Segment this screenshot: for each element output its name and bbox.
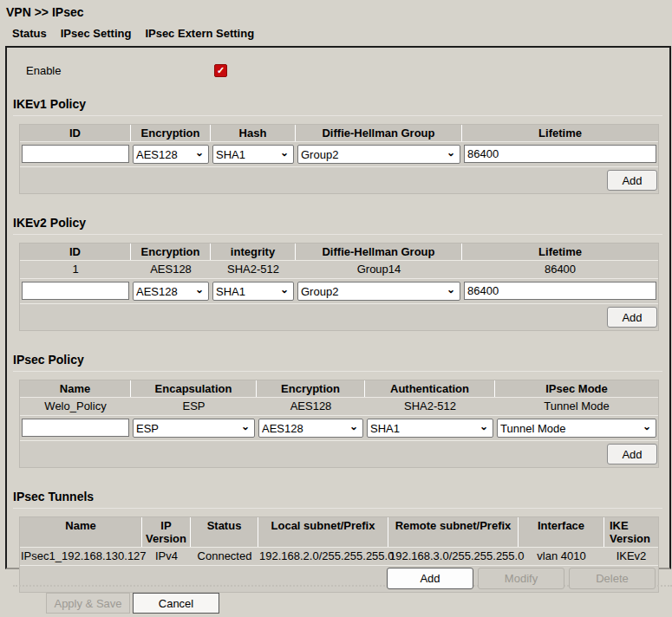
tunnel-name-value: IPsec1_192.168.130.127: [20, 548, 142, 565]
ikev2-table: ID Encryption integrity Diffie-Hellman G…: [19, 243, 659, 331]
ikev1-section-title: IKEv1 Policy: [13, 97, 664, 111]
tunnels-table: Name IP Version Status Local subnet/Pref…: [19, 516, 659, 593]
policy-mode-value: Tunnel Mode: [495, 398, 658, 415]
ikev2-encryption-value: AES128: [131, 261, 211, 278]
ikev2-lifetime-input[interactable]: [464, 282, 656, 300]
column-header: Diffie-Hellman Group: [296, 125, 462, 141]
policy-encryption-select[interactable]: AES128: [258, 419, 363, 438]
ipsec-policy-input-row: ESP⌄ AES128⌄ SHA1⌄ Tunnel Mode⌄: [20, 415, 658, 440]
column-header: Hash: [211, 125, 296, 141]
ikev2-integrity-select[interactable]: SHA1: [212, 282, 294, 301]
column-header: ID: [20, 125, 131, 141]
ikev2-dh-group-select[interactable]: Group2: [297, 282, 460, 301]
footer-actions: Apply & Save Cancel: [46, 593, 672, 614]
column-header: IP Version: [142, 517, 191, 547]
cancel-button[interactable]: Cancel: [133, 593, 219, 614]
page-title: VPN >> IPsec: [0, 0, 672, 19]
tab-ipsec-extern-setting[interactable]: IPsec Extern Setting: [145, 27, 254, 40]
policy-authentication-value: SHA2-512: [365, 398, 495, 415]
ikev2-id-input[interactable]: [22, 282, 129, 300]
ikev2-integrity-value: SHA2-512: [211, 261, 296, 278]
tunnel-ike-version-value: IKEv2: [604, 548, 658, 565]
tab-ipsec-setting[interactable]: IPsec Setting: [61, 27, 132, 40]
tunnels-header-row: Name IP Version Status Local subnet/Pref…: [20, 517, 658, 547]
section-divider: [13, 371, 662, 372]
ikev1-encryption-select[interactable]: AES128: [133, 145, 209, 164]
policy-encryption-value: AES128: [257, 398, 365, 415]
ikev1-table: ID Encryption Hash Diffie-Hellman Group …: [19, 124, 659, 194]
ikev2-lifetime-value: 86400: [462, 261, 658, 278]
tunnel-status-value: Connected: [191, 548, 258, 565]
ikev1-lifetime-input[interactable]: [464, 145, 656, 163]
column-header: Encapsulation: [131, 380, 257, 397]
tunnels-add-button[interactable]: Add: [387, 568, 473, 589]
ikev2-id-value: 1: [20, 261, 131, 278]
column-header: IKE Version: [604, 517, 658, 547]
column-header: IPsec Mode: [495, 380, 658, 397]
ikev1-dh-group-select[interactable]: Group2: [297, 145, 460, 164]
ikev2-dh-group-value: Group14: [296, 261, 462, 278]
column-header: Local subnet/Prefix: [258, 517, 388, 547]
section-divider: [13, 115, 662, 116]
tunnel-interface-value: vlan 4010: [519, 548, 604, 565]
ikev1-input-row: AES128⌄ SHA1⌄ Group2⌄: [20, 141, 658, 166]
ipsec-policy-add-button[interactable]: Add: [607, 444, 657, 464]
ikev2-add-button[interactable]: Add: [607, 307, 657, 328]
ikev2-section-title: IKEv2 Policy: [13, 216, 664, 230]
tunnel-ip-version-value: IPv4: [142, 548, 191, 565]
policy-encapsulation-select[interactable]: ESP: [133, 419, 255, 438]
ikev2-add-row: Add: [20, 303, 658, 330]
policy-mode-select[interactable]: Tunnel Mode: [497, 419, 656, 438]
ikev2-encryption-select[interactable]: AES128: [133, 282, 209, 301]
tab-bar: Status IPsec Setting IPsec Extern Settin…: [0, 19, 672, 40]
tunnels-modify-button[interactable]: Modify: [478, 568, 564, 589]
ipsec-policy-table: Name Encapsulation Encryption Authentica…: [19, 380, 659, 468]
ipsec-policy-header-row: Name Encapsulation Encryption Authentica…: [20, 380, 658, 397]
check-icon: ✓: [217, 65, 225, 76]
ikev1-id-input[interactable]: [22, 145, 129, 163]
section-divider: [13, 234, 662, 235]
column-header: Diffie-Hellman Group: [296, 244, 462, 260]
column-header: Lifetime: [462, 244, 658, 260]
column-header: Encryption: [257, 380, 365, 397]
ipsec-policy-add-row: Add: [20, 440, 658, 467]
enable-checkbox[interactable]: ✓: [214, 64, 227, 77]
section-divider: [13, 508, 662, 509]
column-header: Name: [20, 380, 131, 397]
column-header: Authentication: [365, 380, 495, 397]
tunnel-local-subnet-value: 192.168.2.0/255.255.255.0: [258, 548, 388, 565]
policy-authentication-select[interactable]: SHA1: [367, 419, 493, 438]
policy-encapsulation-value: ESP: [131, 398, 257, 415]
ikev1-hash-select[interactable]: SHA1: [212, 145, 294, 164]
tunnel-remote-subnet-value: 192.168.3.0/255.255.255.0: [388, 548, 519, 565]
ikev2-policy-row: 1 AES128 SHA2-512 Group14 86400: [20, 260, 658, 278]
column-header: Encryption: [131, 244, 211, 260]
content-panel: Enable ✓ IKEv1 Policy ID Encryption Hash…: [5, 46, 671, 569]
ipsec-policy-section-title: IPsec Policy: [13, 353, 664, 367]
policy-name-input[interactable]: [22, 419, 129, 437]
tab-status[interactable]: Status: [12, 27, 47, 40]
column-header: Encryption: [131, 125, 211, 141]
ikev2-header-row: ID Encryption integrity Diffie-Hellman G…: [20, 244, 658, 260]
column-header: Name: [20, 517, 142, 547]
column-header: Remote subnet/Prefix: [388, 517, 519, 547]
tunnels-button-row: Add Modify Delete: [20, 565, 658, 592]
ikev1-add-button[interactable]: Add: [607, 170, 657, 191]
ipsec-policy-row: Welo_Policy ESP AES128 SHA2-512 Tunnel M…: [20, 397, 658, 415]
enable-row: Enable ✓: [26, 64, 664, 77]
ikev1-header-row: ID Encryption Hash Diffie-Hellman Group …: [20, 125, 658, 141]
column-header: ID: [20, 244, 131, 260]
column-header: Status: [191, 517, 258, 547]
policy-name-value: Welo_Policy: [20, 398, 131, 415]
tunnels-delete-button[interactable]: Delete: [569, 568, 656, 589]
tunnels-section-title: IPsec Tunnels: [13, 490, 664, 503]
tunnel-row[interactable]: IPsec1_192.168.130.127 IPv4 Connected 19…: [20, 547, 658, 565]
column-header: Lifetime: [462, 125, 658, 141]
apply-save-button[interactable]: Apply & Save: [46, 593, 130, 614]
ikev1-add-row: Add: [20, 166, 658, 193]
column-header: Interface: [519, 517, 604, 547]
column-header: integrity: [211, 244, 296, 260]
enable-label: Enable: [26, 64, 214, 77]
ikev2-input-row: AES128⌄ SHA1⌄ Group2⌄: [20, 278, 658, 303]
